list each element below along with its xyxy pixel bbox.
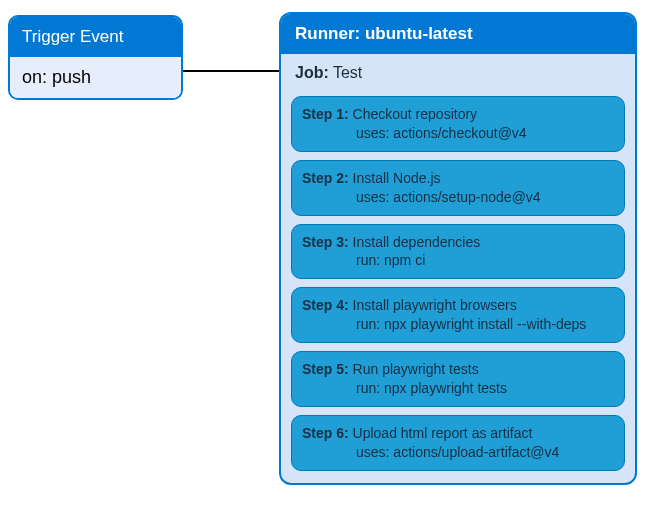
step-item: Step 3: Install dependencies run: npm ci <box>291 224 625 280</box>
step-item: Step 1: Checkout repository uses: action… <box>291 96 625 152</box>
connector-line <box>183 70 279 72</box>
steps-list: Step 1: Checkout repository uses: action… <box>281 96 635 483</box>
trigger-event-box: Trigger Event on: push <box>8 15 183 100</box>
step-detail: uses: actions/checkout@v4 <box>302 124 614 143</box>
job-row: Job: Test <box>281 54 635 88</box>
job-label: Job: <box>295 64 329 81</box>
step-item: Step 2: Install Node.js uses: actions/se… <box>291 160 625 216</box>
step-number: Step 5: <box>302 361 349 377</box>
step-title: Install playwright browsers <box>353 297 517 313</box>
step-detail: run: npm ci <box>302 251 614 270</box>
step-number: Step 4: <box>302 297 349 313</box>
step-title: Upload html report as artifact <box>353 425 533 441</box>
step-item: Step 6: Upload html report as artifact u… <box>291 415 625 471</box>
trigger-event-body: on: push <box>10 57 181 98</box>
step-title: Install Node.js <box>353 170 441 186</box>
step-title: Checkout repository <box>353 106 478 122</box>
step-number: Step 3: <box>302 234 349 250</box>
step-detail: run: npx playwright install --with-deps <box>302 315 614 334</box>
runner-box: Runner: ubuntu-latest Job: Test Step 1: … <box>279 12 637 485</box>
step-detail: uses: actions/setup-node@v4 <box>302 188 614 207</box>
step-title: Run playwright tests <box>353 361 479 377</box>
step-number: Step 1: <box>302 106 349 122</box>
job-name: Test <box>333 64 362 81</box>
step-number: Step 2: <box>302 170 349 186</box>
step-detail: uses: actions/upload-artifact@v4 <box>302 443 614 462</box>
runner-header: Runner: ubuntu-latest <box>281 14 635 54</box>
step-item: Step 4: Install playwright browsers run:… <box>291 287 625 343</box>
step-title: Install dependencies <box>353 234 481 250</box>
step-item: Step 5: Run playwright tests run: npx pl… <box>291 351 625 407</box>
step-detail: run: npx playwright tests <box>302 379 614 398</box>
step-number: Step 6: <box>302 425 349 441</box>
trigger-event-header: Trigger Event <box>10 17 181 57</box>
